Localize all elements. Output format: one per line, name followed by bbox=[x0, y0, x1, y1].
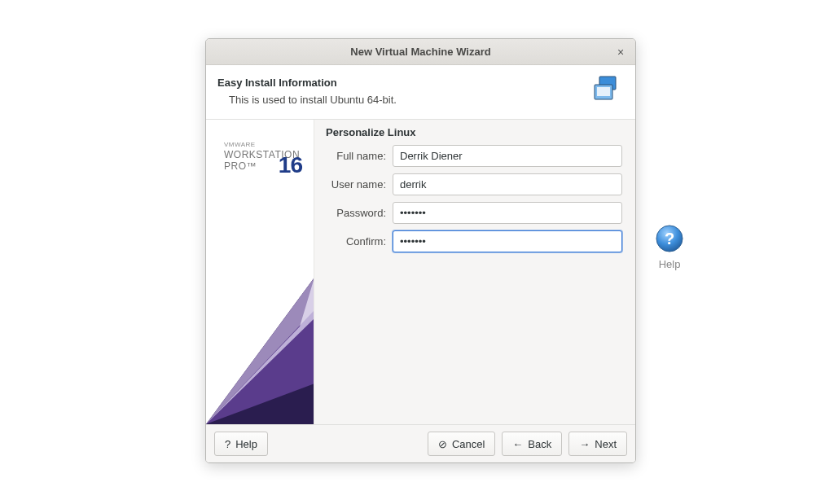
wizard-header-subtitle: This is used to install Ubuntu 64-bit. bbox=[229, 94, 588, 106]
next-glyph-icon: → bbox=[579, 439, 590, 449]
wizard-dialog: New Virtual Machine Wizard × Easy Instal… bbox=[205, 38, 636, 463]
back-button-label: Back bbox=[528, 438, 551, 450]
password-label: Password: bbox=[324, 207, 393, 219]
help-icon: ? bbox=[655, 224, 684, 253]
cancel-button-label: Cancel bbox=[452, 438, 485, 450]
desktop-help-shortcut[interactable]: ? Help bbox=[645, 224, 694, 270]
wizard-button-bar: ? Help ⊘ Cancel ← Back → Next bbox=[206, 424, 635, 462]
help-glyph-icon: ? bbox=[225, 439, 230, 449]
fullname-field[interactable] bbox=[393, 145, 622, 167]
wizard-header: Easy Install Information This is used to… bbox=[206, 65, 635, 120]
wizard-body: VMWARE WORKSTATION PRO™ 16 Personalize L… bbox=[206, 120, 635, 424]
form-section-title: Personalize Linux bbox=[326, 126, 622, 138]
help-button[interactable]: ? Help bbox=[214, 432, 268, 456]
brand-line-pro: PRO™ bbox=[224, 160, 257, 172]
username-label: User name: bbox=[324, 178, 393, 191]
form-panel: Personalize Linux Full name: User name: … bbox=[314, 120, 635, 424]
brand-art bbox=[206, 229, 314, 424]
next-button-label: Next bbox=[595, 438, 617, 450]
cancel-button[interactable]: ⊘ Cancel bbox=[428, 432, 495, 456]
password-field[interactable] bbox=[393, 202, 622, 224]
desktop-help-label: Help bbox=[645, 258, 694, 270]
confirm-field[interactable] bbox=[393, 230, 622, 252]
svg-rect-4 bbox=[597, 87, 610, 96]
svg-text:?: ? bbox=[665, 230, 674, 248]
help-button-label: Help bbox=[235, 438, 257, 450]
fullname-label: Full name: bbox=[324, 150, 393, 162]
cancel-glyph-icon: ⊘ bbox=[438, 439, 447, 449]
brand-sidebar: VMWARE WORKSTATION PRO™ 16 bbox=[206, 120, 314, 424]
wizard-header-title: Easy Install Information bbox=[217, 77, 588, 89]
titlebar[interactable]: New Virtual Machine Wizard × bbox=[206, 39, 635, 65]
dialog-title: New Virtual Machine Wizard bbox=[206, 46, 635, 58]
confirm-label: Confirm: bbox=[324, 235, 393, 248]
back-glyph-icon: ← bbox=[512, 439, 523, 449]
close-icon[interactable]: × bbox=[612, 44, 629, 60]
brand-number: 16 bbox=[279, 152, 302, 178]
vm-icon bbox=[588, 73, 624, 109]
brand-line-vmware: VMWARE bbox=[224, 141, 256, 148]
next-button[interactable]: → Next bbox=[568, 432, 627, 456]
back-button[interactable]: ← Back bbox=[502, 432, 562, 456]
username-field[interactable] bbox=[393, 173, 622, 195]
